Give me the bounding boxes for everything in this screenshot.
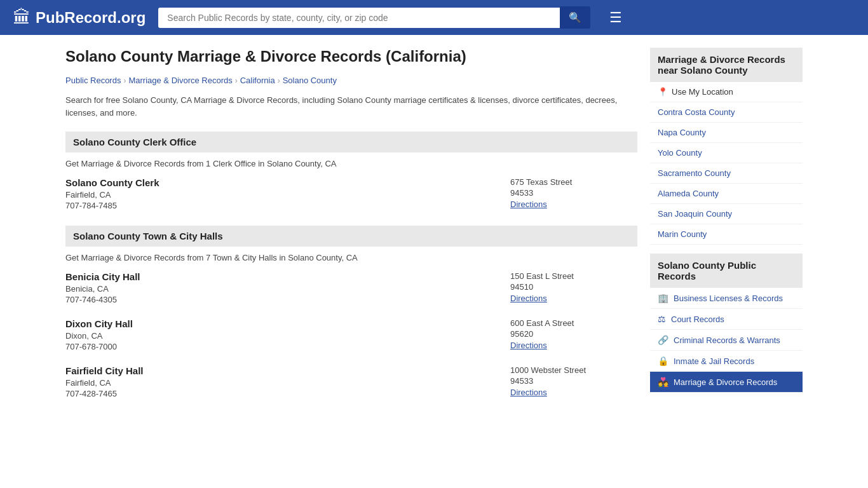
search-bar: 🔍 <box>158 6 590 29</box>
breadcrumb-link[interactable]: Solano County <box>283 76 337 85</box>
breadcrumb-link[interactable]: California <box>240 76 275 85</box>
public-record-item[interactable]: 🏢Business Licenses & Records <box>650 288 803 309</box>
record-address: 150 East L Street <box>510 271 637 281</box>
public-record-item[interactable]: ⚖Court Records <box>650 309 803 330</box>
directions-link[interactable]: Directions <box>510 388 547 397</box>
record-phone: 707-428-7465 <box>65 389 510 398</box>
use-location-link[interactable]: 📍Use My Location <box>650 82 803 102</box>
record-name: Benicia City Hall <box>65 271 510 282</box>
logo-link[interactable]: 🏛 PubRecord.org <box>13 7 146 28</box>
breadcrumb-separator: › <box>123 76 126 85</box>
public-record-item[interactable]: 🔗Criminal Records & Warrants <box>650 330 803 351</box>
section-block: Solano County Town & City HallsGet Marri… <box>65 226 637 398</box>
record-address: 675 Texas Street <box>510 177 637 187</box>
section-description: Get Marriage & Divorce Records from 1 Cl… <box>65 159 637 168</box>
record-zip: 95620 <box>510 329 637 339</box>
public-record-link[interactable]: 🔒Inmate & Jail Records <box>650 351 803 371</box>
nearby-county-item[interactable]: Sacramento County <box>650 163 803 184</box>
nearby-county-link[interactable]: Marin County <box>650 224 803 244</box>
search-input[interactable] <box>158 8 560 28</box>
location-pin-icon: 📍 <box>658 87 668 97</box>
record-phone: 707-678-7000 <box>65 342 510 351</box>
directions-link[interactable]: Directions <box>510 200 547 209</box>
nearby-county-link[interactable]: Sacramento County <box>650 163 803 183</box>
section-description: Get Marriage & Divorce Records from 7 To… <box>65 253 637 262</box>
record-city: Dixon, CA <box>65 331 510 341</box>
record-zip: 94533 <box>510 188 637 198</box>
page-title: Solano County Marriage & Divorce Records… <box>65 48 637 65</box>
breadcrumb-link[interactable]: Marriage & Divorce Records <box>128 76 232 85</box>
public-record-item[interactable]: 🔒Inmate & Jail Records <box>650 351 803 372</box>
nearby-county-link[interactable]: Alameda County <box>650 184 803 203</box>
record-city: Fairfield, CA <box>65 190 510 200</box>
breadcrumb: Public Records›Marriage & Divorce Record… <box>65 76 637 85</box>
directions-link[interactable]: Directions <box>510 294 547 303</box>
record-address: 1000 Webster Street <box>510 365 637 375</box>
site-header: 🏛 PubRecord.org 🔍 ☰ <box>0 0 868 35</box>
sections-container: Solano County Clerk OfficeGet Marriage &… <box>65 132 637 398</box>
record-entry: Fairfield City HallFairfield, CA707-428-… <box>65 365 637 398</box>
nearby-list: 📍Use My LocationContra Costa CountyNapa … <box>650 82 803 245</box>
nearby-county-item[interactable]: Marin County <box>650 224 803 245</box>
record-address: 600 East A Street <box>510 318 637 328</box>
section-header: Solano County Town & City Halls <box>65 226 637 247</box>
content-area: Solano County Marriage & Divorce Records… <box>65 48 637 414</box>
nearby-county-item[interactable]: Yolo County <box>650 143 803 163</box>
public-record-link[interactable]: 🏢Business Licenses & Records <box>650 288 803 308</box>
nearby-title: Marriage & Divorce Records near Solano C… <box>650 48 803 82</box>
main-container: Solano County Marriage & Divorce Records… <box>53 35 815 426</box>
record-name: Solano County Clerk <box>65 177 510 188</box>
search-icon: 🔍 <box>569 12 581 23</box>
record-type-icon: 🏢 <box>658 293 668 303</box>
record-type-icon: 🔗 <box>658 335 668 345</box>
logo-text: PubRecord.org <box>36 9 146 27</box>
record-name: Fairfield City Hall <box>65 365 510 376</box>
record-type-icon: 💑 <box>658 377 668 387</box>
record-zip: 94533 <box>510 376 637 386</box>
breadcrumb-separator: › <box>235 76 238 85</box>
record-entry: Benicia City HallBenicia, CA707-746-4305… <box>65 271 637 304</box>
record-name: Dixon City Hall <box>65 318 510 329</box>
nearby-county-item[interactable]: Napa County <box>650 123 803 143</box>
public-records-title: Solano County Public Records <box>650 254 803 288</box>
directions-link[interactable]: Directions <box>510 341 547 350</box>
record-zip: 94510 <box>510 282 637 292</box>
nearby-county-item[interactable]: San Joaquin County <box>650 204 803 224</box>
breadcrumb-separator: › <box>278 76 280 85</box>
breadcrumb-link[interactable]: Public Records <box>65 76 121 85</box>
record-entry: Solano County ClerkFairfield, CA707-784-… <box>65 177 637 210</box>
record-type-icon: ⚖ <box>658 314 666 324</box>
record-type-icon: 🔒 <box>658 356 668 366</box>
nearby-county-link[interactable]: Napa County <box>650 123 803 142</box>
page-description: Search for free Solano County, CA Marria… <box>65 94 637 119</box>
public-record-item[interactable]: 💑Marriage & Divorce Records <box>650 372 803 393</box>
section-block: Solano County Clerk OfficeGet Marriage &… <box>65 132 637 210</box>
nearby-county-item[interactable]: Alameda County <box>650 184 803 204</box>
public-records-list: 🏢Business Licenses & Records⚖Court Recor… <box>650 288 803 393</box>
nearby-county-link[interactable]: Contra Costa County <box>650 102 803 122</box>
nearby-county-link[interactable]: Yolo County <box>650 143 803 163</box>
search-button[interactable]: 🔍 <box>560 6 590 29</box>
hamburger-button[interactable]: ☰ <box>609 10 622 26</box>
record-entry: Dixon City HallDixon, CA707-678-7000600 … <box>65 318 637 351</box>
section-header: Solano County Clerk Office <box>65 132 637 152</box>
nearby-county-link[interactable]: San Joaquin County <box>650 204 803 224</box>
use-location-item[interactable]: 📍Use My Location <box>650 82 803 102</box>
record-city: Fairfield, CA <box>65 378 510 388</box>
nearby-county-item[interactable]: Contra Costa County <box>650 102 803 123</box>
public-record-link[interactable]: 🔗Criminal Records & Warrants <box>650 330 803 350</box>
record-phone: 707-784-7485 <box>65 201 510 210</box>
public-record-link[interactable]: 💑Marriage & Divorce Records <box>650 372 803 392</box>
record-phone: 707-746-4305 <box>65 295 510 304</box>
sidebar: Marriage & Divorce Records near Solano C… <box>650 48 803 414</box>
logo-icon: 🏛 <box>13 7 31 28</box>
record-city: Benicia, CA <box>65 284 510 294</box>
hamburger-icon: ☰ <box>609 10 622 25</box>
public-record-link[interactable]: ⚖Court Records <box>650 309 803 329</box>
